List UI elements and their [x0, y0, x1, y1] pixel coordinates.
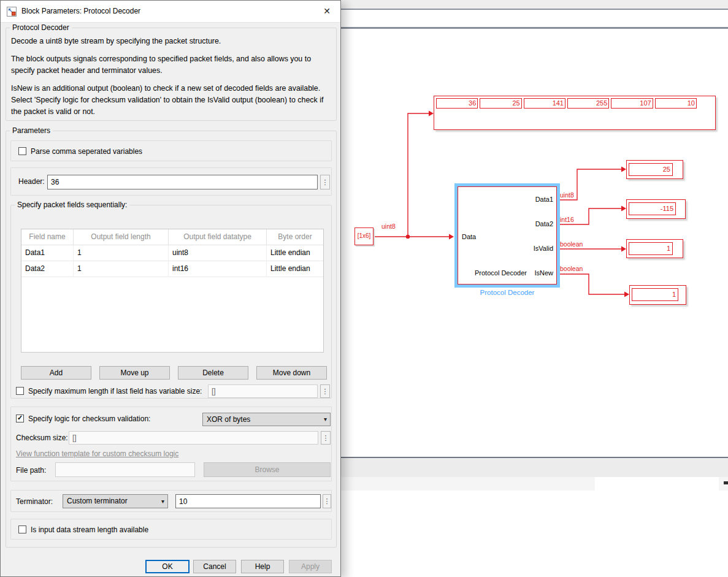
packet-fields-table[interactable]: Field name Output field length Output fi… [21, 229, 324, 353]
display-block-data1[interactable]: 25 [626, 160, 683, 179]
decoder-block-name[interactable]: Protocol Decoder [454, 289, 560, 296]
dialog-titlebar[interactable]: Block Parameters: Protocol Decoder ✕ [1, 1, 340, 23]
close-icon[interactable]: ✕ [321, 6, 333, 16]
port-isvalid: IsValid [534, 245, 553, 252]
stream-length-row: Is input data stream length available [10, 519, 332, 540]
table-row[interactable]: Data2 1 int16 Little endian [21, 261, 323, 277]
port-data: Data [462, 233, 476, 240]
port-isnew: IsNew [534, 269, 553, 277]
description-line: The block outputs signals corresponding … [11, 53, 331, 77]
signal-label-uint8: uint8 [381, 223, 396, 230]
max-length-expand-button[interactable]: ⋮ [320, 384, 330, 398]
column-header: Output field length [74, 229, 169, 245]
ok-button[interactable]: OK [145, 560, 190, 573]
table-row[interactable]: Data1 1 uint8 Little endian [21, 245, 323, 261]
checksum-size-expand-button[interactable]: ⋮ [321, 431, 331, 445]
description-line: Decode a uint8 byte stream by specifying… [11, 36, 331, 47]
max-length-input[interactable] [208, 384, 318, 398]
cell-byte-order[interactable]: Little endian [267, 245, 323, 261]
display-value: -115 [629, 202, 676, 215]
terminator-label: Terminator: [16, 497, 53, 506]
browse-button[interactable]: Browse [204, 462, 331, 477]
signal-label-uint8-out: uint8 [560, 191, 574, 199]
checksum-template-link[interactable]: View function template for custom checks… [16, 449, 178, 458]
display-value: 107 [611, 98, 653, 109]
chevron-down-icon: ▾ [324, 413, 327, 426]
protocol-decoder-body: Data Data1 Data2 IsValid IsNew Protocol … [458, 186, 557, 285]
packet-fields-group-title: Specify packet fields sequentially: [15, 201, 129, 209]
column-header: Field name [21, 229, 74, 245]
parameters-group-title: Parameters [10, 126, 53, 135]
cell-field-name[interactable]: Data1 [21, 245, 74, 261]
decoder-inner-title: Protocol Decoder [475, 269, 527, 277]
cancel-button[interactable]: Cancel [193, 560, 236, 573]
column-header: Output field datatype [169, 229, 267, 245]
display-block-isvalid[interactable]: 1 [626, 239, 683, 258]
block-parameters-dialog: Block Parameters: Protocol Decoder ✕ Pro… [0, 0, 341, 577]
stream-length-checkbox[interactable] [18, 525, 26, 533]
cell-field-length[interactable]: 1 [74, 261, 169, 277]
display-value: 25 [480, 98, 521, 109]
display-value: 25 [629, 163, 673, 176]
checksum-size-input[interactable] [69, 431, 318, 445]
header-label: Header: [18, 177, 45, 186]
description-line: IsNew is an additional output (boolean) … [11, 83, 331, 118]
display-value: 10 [655, 98, 697, 109]
simulink-editor: 36 25 141 255 107 10 [1x6] uint8 Data Da… [341, 0, 728, 577]
checksum-logic-dropdown[interactable]: XOR of bytes ▾ [202, 413, 331, 426]
parse-csv-checkbox[interactable] [18, 147, 26, 155]
add-button[interactable]: Add [21, 366, 91, 380]
checksum-checkbox[interactable]: ✓ [16, 415, 24, 422]
display-value: 141 [524, 98, 565, 109]
port-data2: Data2 [535, 220, 553, 227]
signal-label-boolean2: boolean [560, 265, 583, 272]
packet-fields-group: Specify packet fields sequentially: Fiel… [10, 205, 332, 399]
dialog-title: Block Parameters: Protocol Decoder [21, 7, 140, 15]
chevron-down-icon: ▾ [161, 495, 164, 508]
move-down-button[interactable]: Move down [256, 366, 327, 380]
max-length-checkbox[interactable] [16, 387, 24, 395]
screen: 36 25 141 255 107 10 [1x6] uint8 Data Da… [0, 0, 728, 577]
stream-length-label: Is input data stream length available [31, 525, 148, 534]
signal-label-boolean1: boolean [560, 240, 583, 248]
signal-label-int16: int16 [560, 216, 574, 223]
display-value: 1 [632, 288, 678, 301]
display-block-isnew[interactable]: 1 [629, 285, 686, 305]
header-input[interactable] [47, 175, 318, 189]
display-block-data2[interactable]: -115 [626, 199, 686, 219]
protocol-decoder-block[interactable]: Data Data1 Data2 IsValid IsNew Protocol … [454, 183, 560, 288]
help-button[interactable]: Help [241, 560, 284, 573]
source-block-1x6[interactable]: [1x6] [354, 227, 374, 245]
cell-field-datatype[interactable]: int16 [169, 261, 267, 277]
checksum-enable-label: Specify logic for checksum validation: [28, 415, 150, 423]
file-path-input[interactable] [55, 462, 195, 477]
checksum-logic-value: XOR of bytes [207, 415, 250, 424]
move-up-button[interactable]: Move up [99, 366, 170, 380]
terminator-expand-button[interactable]: ⋮ [323, 494, 331, 508]
column-header: Byte order [267, 229, 323, 245]
terminator-mode-dropdown[interactable]: Custom terminator ▾ [63, 494, 168, 508]
terminator-input[interactable] [175, 494, 321, 508]
block-description: Decode a uint8 byte stream by specifying… [11, 36, 331, 124]
cell-field-length[interactable]: 1 [74, 245, 169, 261]
display-value: 255 [567, 98, 609, 109]
display-value: 36 [436, 98, 478, 109]
file-path-label: File path: [16, 466, 46, 475]
checksum-section: ✓ Specify logic for checksum validation:… [10, 407, 332, 481]
max-length-label: Specify maximum length if last field has… [28, 387, 202, 395]
display-block-packet[interactable]: 36 25 141 255 107 10 [434, 96, 716, 130]
header-row: Header: ⋮ [10, 167, 332, 196]
block-parameters-icon [7, 7, 17, 17]
apply-button[interactable]: Apply [289, 560, 332, 573]
terminator-mode-value: Custom terminator [67, 497, 128, 505]
delete-button[interactable]: Delete [178, 366, 248, 380]
table-header-row: Field name Output field length Output fi… [21, 229, 323, 245]
cell-field-name[interactable]: Data2 [21, 261, 74, 277]
checksum-size-label: Checksum size: [16, 434, 68, 442]
description-group: Protocol Decoder Decode a uint8 byte str… [6, 28, 337, 121]
cell-field-datatype[interactable]: uint8 [169, 245, 267, 261]
terminator-row: Terminator: Custom terminator ▾ ⋮ [10, 490, 332, 512]
header-expand-button[interactable]: ⋮ [320, 175, 330, 189]
cell-byte-order[interactable]: Little endian [267, 261, 323, 277]
parse-csv-row: Parse comma seperated variables [10, 140, 332, 161]
